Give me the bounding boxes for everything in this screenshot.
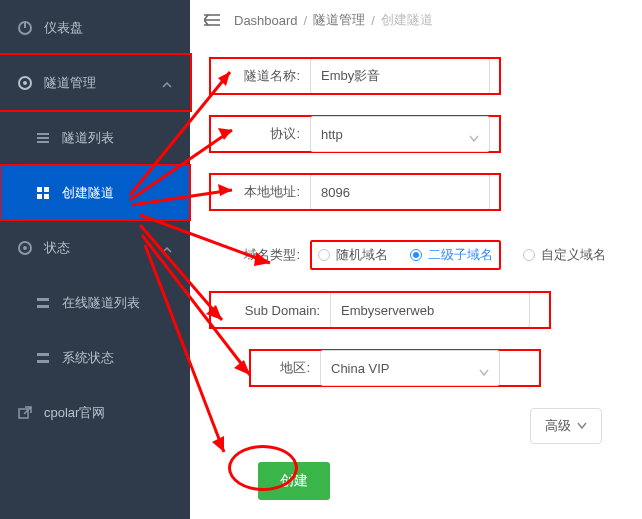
radio-random-domain[interactable]: 随机域名 (318, 246, 388, 264)
breadcrumb-a[interactable]: Dashboard (234, 13, 298, 28)
chevron-down-icon (577, 422, 587, 430)
sidebar-item-label: 创建隧道 (62, 184, 172, 202)
sidebar-item-label: 状态 (44, 239, 162, 257)
local-addr-label: 本地地址: (210, 183, 310, 201)
sidebar: 仪表盘 隧道管理 隧道列表 创建隧道 状态 在线隧道列表 系统状态 cpolar… (0, 0, 190, 519)
subdomain-input[interactable]: Embyserverweb (330, 292, 530, 328)
row-domain-type: 域名类型: 随机域名 二级子域名 自定义域名 (210, 240, 622, 270)
svg-point-11 (23, 246, 27, 250)
target-icon (18, 241, 32, 255)
svg-rect-6 (37, 187, 42, 192)
sidebar-item-create-tunnel[interactable]: 创建隧道 (0, 165, 190, 220)
main-content: Dashboard / 隧道管理 / 创建隧道 隧道名称: Emby影音 协议:… (190, 0, 642, 519)
svg-rect-12 (37, 298, 49, 301)
svg-rect-4 (37, 137, 49, 139)
create-tunnel-form: 隧道名称: Emby影音 协议: http 本地地址: 8096 域名类型: 随… (190, 40, 642, 510)
region-select[interactable]: China VIP (320, 350, 500, 386)
sidebar-item-cpolar-site[interactable]: cpolar官网 (0, 385, 190, 440)
protocol-select[interactable]: http (310, 116, 490, 152)
sidebar-item-system-status[interactable]: 系统状态 (0, 330, 190, 385)
protocol-label: 协议: (210, 125, 310, 143)
sidebar-item-online-tunnels[interactable]: 在线隧道列表 (0, 275, 190, 330)
radio-sub-domain[interactable]: 二级子域名 (410, 246, 493, 264)
row-region: 地区: China VIP (250, 350, 540, 386)
domain-type-label: 域名类型: (210, 246, 310, 264)
list-icon (36, 131, 50, 145)
chevron-down-icon (469, 131, 479, 146)
breadcrumb-sep: / (304, 13, 308, 28)
sidebar-item-label: 系统状态 (62, 349, 172, 367)
grid-icon (36, 186, 50, 200)
external-icon (18, 406, 32, 420)
svg-rect-9 (44, 194, 49, 199)
svg-rect-3 (37, 133, 49, 135)
sidebar-item-tunnel-mgmt[interactable]: 隧道管理 (0, 55, 190, 110)
row-advanced: 高级 (210, 408, 622, 444)
target-icon (18, 76, 32, 90)
tunnel-name-input[interactable]: Emby影音 (310, 58, 490, 94)
sidebar-item-label: 隧道管理 (44, 74, 162, 92)
local-addr-input[interactable]: 8096 (310, 174, 490, 210)
create-button[interactable]: 创建 (258, 462, 330, 500)
menu-toggle-icon[interactable] (204, 14, 220, 26)
sidebar-item-tunnel-list[interactable]: 隧道列表 (0, 110, 190, 165)
row-submit: 创建 (210, 462, 622, 500)
svg-rect-7 (44, 187, 49, 192)
svg-rect-8 (37, 194, 42, 199)
topbar: Dashboard / 隧道管理 / 创建隧道 (190, 0, 642, 40)
sidebar-item-dashboard[interactable]: 仪表盘 (0, 0, 190, 55)
breadcrumb-c: 创建隧道 (381, 11, 433, 29)
radio-custom-domain[interactable]: 自定义域名 (523, 246, 606, 264)
breadcrumb-sep: / (371, 13, 375, 28)
region-label: 地区: (250, 359, 320, 377)
grid-icon (36, 296, 50, 310)
grid-icon (36, 351, 50, 365)
svg-rect-5 (37, 141, 49, 143)
dashboard-icon (18, 21, 32, 35)
svg-rect-15 (37, 360, 49, 363)
subdomain-label: Sub Domain: (210, 303, 330, 318)
row-subdomain: Sub Domain: Embyserverweb (210, 292, 550, 328)
row-tunnel-name: 隧道名称: Emby影音 (210, 58, 500, 94)
chevron-down-icon (479, 365, 489, 380)
sidebar-item-label: 隧道列表 (62, 129, 172, 147)
sidebar-item-label: 在线隧道列表 (62, 294, 172, 312)
svg-rect-13 (37, 305, 49, 308)
svg-point-2 (23, 81, 27, 85)
row-protocol: 协议: http (210, 116, 500, 152)
tunnel-name-label: 隧道名称: (210, 67, 310, 85)
svg-rect-14 (37, 353, 49, 356)
advanced-button[interactable]: 高级 (530, 408, 602, 444)
row-local-addr: 本地地址: 8096 (210, 174, 500, 210)
chevron-up-icon (162, 78, 172, 88)
breadcrumb-b[interactable]: 隧道管理 (313, 11, 365, 29)
chevron-up-icon (162, 243, 172, 253)
sidebar-item-label: 仪表盘 (44, 19, 172, 37)
sidebar-item-status[interactable]: 状态 (0, 220, 190, 275)
sidebar-item-label: cpolar官网 (44, 404, 172, 422)
